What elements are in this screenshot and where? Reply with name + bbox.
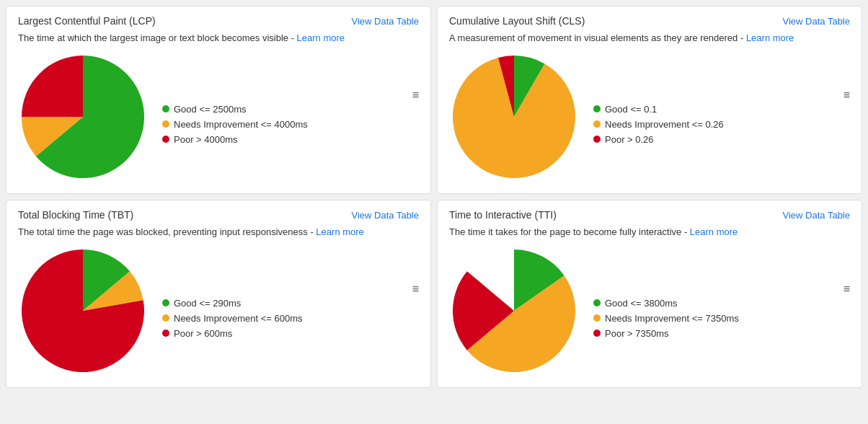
legend-dot <box>593 299 601 306</box>
card-description: The time at which the largest image or t… <box>18 32 419 43</box>
legend-dot <box>593 105 601 112</box>
menu-icon[interactable]: ≡ <box>412 89 419 101</box>
legend-item-tti-0: Good <= 3800ms <box>593 298 850 309</box>
card-header: Time to Interactive (TTI) View Data Tabl… <box>449 209 850 221</box>
legend-label: Poor > 0.26 <box>605 134 654 145</box>
legend-item-lcp-2: Poor > 4000ms <box>162 134 419 145</box>
legend-label: Poor > 600ms <box>174 328 232 339</box>
legend-item-lcp-0: Good <= 2500ms <box>162 104 419 115</box>
legend-label: Needs Improvement <= 4000ms <box>174 119 308 130</box>
card-title: Cumulative Layout Shift (CLS) <box>449 15 585 27</box>
legend-item-tti-2: Poor > 7350ms <box>593 328 850 339</box>
legend-dot <box>162 120 169 128</box>
legend-item-cls-2: Poor > 0.26 <box>593 134 850 145</box>
card-lcp: Largest Contentful Paint (LCP) View Data… <box>6 6 431 194</box>
legend-label: Poor > 7350ms <box>605 328 669 339</box>
chart-area: ≡ Good <= 2500ms Needs Improvement <= 40… <box>18 52 419 182</box>
legend-container: ≡ Good <= 0.1 Needs Improvement <= 0.26 … <box>579 89 850 145</box>
legend-label: Needs Improvement <= 7350ms <box>605 313 739 324</box>
legend-item-tti-1: Needs Improvement <= 7350ms <box>593 313 850 324</box>
card-cls: Cumulative Layout Shift (CLS) View Data … <box>437 6 862 194</box>
legend-item-cls-1: Needs Improvement <= 0.26 <box>593 119 850 130</box>
card-header: Largest Contentful Paint (LCP) View Data… <box>18 15 419 27</box>
legend-label: Needs Improvement <= 0.26 <box>605 119 724 130</box>
legend-items: Good <= 3800ms Needs Improvement <= 7350… <box>593 298 850 339</box>
legend-dot <box>162 314 169 322</box>
legend-items: Good <= 2500ms Needs Improvement <= 4000… <box>162 104 419 145</box>
view-data-link[interactable]: View Data Table <box>783 16 850 27</box>
legend-label: Good <= 3800ms <box>605 298 677 309</box>
legend-dot <box>593 120 601 128</box>
legend-item-tbt-0: Good <= 290ms <box>162 298 419 309</box>
learn-more-link[interactable]: Learn more <box>316 226 363 237</box>
view-data-link[interactable]: View Data Table <box>352 16 419 27</box>
legend-items: Good <= 290ms Needs Improvement <= 600ms… <box>162 298 419 339</box>
card-title: Largest Contentful Paint (LCP) <box>18 15 156 27</box>
legend-container: ≡ Good <= 2500ms Needs Improvement <= 40… <box>148 89 419 145</box>
pie-chart <box>449 246 579 376</box>
legend-dot <box>162 136 169 143</box>
legend-dot <box>162 330 169 337</box>
legend-label: Good <= 290ms <box>174 298 241 309</box>
legend-item-cls-0: Good <= 0.1 <box>593 104 850 115</box>
legend-dot <box>593 330 601 337</box>
card-title: Time to Interactive (TTI) <box>449 209 557 221</box>
menu-icon[interactable]: ≡ <box>843 89 850 101</box>
dashboard-grid: Largest Contentful Paint (LCP) View Data… <box>6 6 862 388</box>
card-tbt: Total Blocking Time (TBT) View Data Tabl… <box>6 200 431 388</box>
menu-icon[interactable]: ≡ <box>412 283 419 295</box>
legend-label: Poor > 4000ms <box>174 134 238 145</box>
card-tti: Time to Interactive (TTI) View Data Tabl… <box>437 200 862 388</box>
legend-label: Good <= 2500ms <box>174 104 246 115</box>
legend-container: ≡ Good <= 290ms Needs Improvement <= 600… <box>148 283 419 339</box>
legend-dot <box>162 299 169 306</box>
learn-more-link[interactable]: Learn more <box>746 32 794 43</box>
legend-item-tbt-1: Needs Improvement <= 600ms <box>162 313 419 324</box>
chart-area: ≡ Good <= 0.1 Needs Improvement <= 0.26 … <box>449 52 850 182</box>
card-description: The total time the page was blocked, pre… <box>18 226 419 237</box>
learn-more-link[interactable]: Learn more <box>297 32 345 43</box>
legend-items: Good <= 0.1 Needs Improvement <= 0.26 Po… <box>593 104 850 145</box>
legend-label: Good <= 0.1 <box>605 104 657 115</box>
legend-dot <box>593 314 601 322</box>
legend-container: ≡ Good <= 3800ms Needs Improvement <= 73… <box>579 283 850 339</box>
chart-area: ≡ Good <= 3800ms Needs Improvement <= 73… <box>449 246 850 376</box>
pie-chart <box>449 52 579 182</box>
pie-chart <box>18 246 148 376</box>
pie-chart <box>18 52 148 182</box>
menu-icon[interactable]: ≡ <box>843 283 850 295</box>
card-title: Total Blocking Time (TBT) <box>18 209 133 221</box>
card-description: A measurement of movement in visual elem… <box>449 32 850 43</box>
learn-more-link[interactable]: Learn more <box>690 226 738 237</box>
legend-item-lcp-1: Needs Improvement <= 4000ms <box>162 119 419 130</box>
legend-dot <box>162 105 169 112</box>
card-header: Cumulative Layout Shift (CLS) View Data … <box>449 15 850 27</box>
legend-dot <box>593 136 601 143</box>
legend-label: Needs Improvement <= 600ms <box>174 313 302 324</box>
chart-area: ≡ Good <= 290ms Needs Improvement <= 600… <box>18 246 419 376</box>
view-data-link[interactable]: View Data Table <box>352 210 419 221</box>
card-header: Total Blocking Time (TBT) View Data Tabl… <box>18 209 419 221</box>
card-description: The time it takes for the page to become… <box>449 226 850 237</box>
view-data-link[interactable]: View Data Table <box>783 210 850 221</box>
legend-item-tbt-2: Poor > 600ms <box>162 328 419 339</box>
